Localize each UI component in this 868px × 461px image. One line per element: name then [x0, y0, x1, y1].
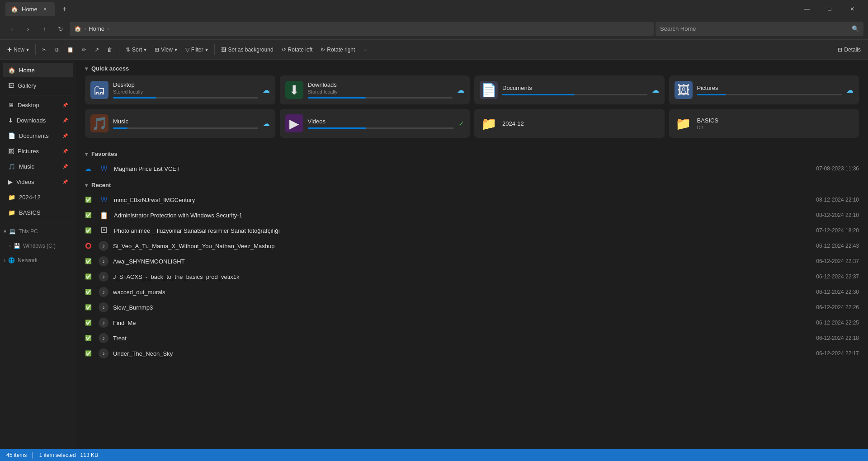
sidebar-network-header[interactable]: › 🌐 Network [0, 254, 76, 267]
rotate-right-icon: ↻ [321, 47, 325, 53]
folder-2024-icon: 📁 [8, 194, 15, 201]
set-background-button[interactable]: 🖼 Set as background [217, 42, 277, 57]
filter-button[interactable]: ▽ Filter ▾ [182, 42, 212, 57]
pin-icon-pics: 📌 [62, 149, 68, 154]
doc-icon: 📋 [99, 211, 109, 220]
rotate-right-button[interactable]: ↻ Rotate right [317, 42, 359, 57]
sync-check-icon: ✅ [85, 335, 94, 341]
recent-file-name-9: Treat [113, 335, 782, 342]
back-button[interactable]: ‹ [5, 22, 19, 36]
view-button[interactable]: ⊞ View ▾ [151, 42, 181, 57]
sidebar-item-music[interactable]: 🎵 Music 📌 [3, 159, 73, 174]
folder-basics-info: BASICS D:\ [697, 117, 854, 130]
status-sep1: │ [31, 452, 35, 458]
recent-file-date-9: 06-12-2024 22:18 [787, 335, 859, 341]
downloads-folder-icon: ⬇ [285, 81, 303, 99]
folder-card-music[interactable]: 🎵 Music ☁ [85, 109, 275, 138]
folder-card-basics[interactable]: 📁 BASICS D:\ [669, 109, 859, 138]
thispc-expand-icon: ▾ [4, 228, 6, 235]
up-button[interactable]: ↑ [37, 22, 52, 36]
share-button[interactable]: ↗ [91, 42, 103, 57]
audio-icon: ♪ [99, 272, 108, 282]
file-row-favorites-0[interactable]: ☁ W Magham Price List VCET 07-08-2023 11… [80, 161, 863, 176]
new-icon: ✚ [7, 47, 12, 53]
new-tab-button[interactable]: + [58, 3, 71, 15]
desktop-progress-bar-wrap [113, 97, 258, 99]
sidebar-item-documents[interactable]: 📄 Documents 📌 [3, 128, 73, 143]
file-row-recent-2[interactable]: ✅🖼Photo animée _ Ilüzyonlar Sanatsal res… [80, 223, 863, 238]
folder-basics-card-icon: 📁 [675, 114, 693, 132]
close-button[interactable]: ✕ [842, 2, 863, 16]
quick-access-label: Quick access [91, 65, 129, 72]
cut-button[interactable]: ✂ [38, 42, 50, 57]
recent-label: Recent [91, 182, 111, 188]
folder-card-downloads[interactable]: ⬇ Downloads Stored locally ☁ [280, 75, 470, 104]
folder-card-desktop[interactable]: 🗂 Desktop Stored locally ☁ [85, 75, 275, 104]
file-row-recent-9[interactable]: ✅♪Treat06-12-2024 22:18 [80, 330, 863, 346]
folder-card-pictures[interactable]: 🖼 Pictures ☁ [669, 75, 859, 104]
sidebar-item-basics[interactable]: 📁 BASICS [3, 205, 73, 220]
file-row-recent-6[interactable]: ✅♪wacced_out_murals06-12-2024 22:30 [80, 284, 863, 300]
pictures-folder-name: Pictures [697, 85, 842, 91]
sidebar-item-2024[interactable]: 📁 2024-12 [3, 190, 73, 204]
folder-card-documents[interactable]: 📄 Documents ☁ [474, 75, 665, 104]
breadcrumb[interactable]: 🏠 › Home › [70, 22, 654, 36]
search-icon: 🔍 [852, 25, 859, 32]
sidebar-divider2 [5, 222, 71, 222]
file-row-recent-4[interactable]: ✅♪Awai_SHYNEMOONLIGHT06-12-2024 22:37 [80, 254, 863, 269]
sort-button[interactable]: ⇅ Sort ▾ [122, 42, 150, 57]
desktop-folder-sub: Stored locally [113, 89, 258, 94]
recent-file-name-6: wacced_out_murals [113, 289, 782, 296]
rotate-left-icon: ↺ [282, 47, 286, 53]
sidebar-item-downloads[interactable]: ⬇ Downloads 📌 [3, 113, 73, 127]
recent-chevron-icon: ▾ [85, 182, 88, 188]
favorites-header[interactable]: ▾ Favorites [76, 145, 868, 161]
sidebar-item-pictures[interactable]: 🖼 Pictures 📌 [3, 144, 73, 158]
file-row-recent-10[interactable]: ✅♪Under_The_Neon_Sky06-12-2024 22:17 [80, 346, 863, 361]
minimize-button[interactable]: — [797, 2, 817, 16]
recent-file-date-4: 06-12-2024 22:37 [787, 258, 859, 264]
sidebar-windowsc-header[interactable]: › 💾 Windows (C:) [0, 240, 76, 252]
tab-close-button[interactable]: ✕ [41, 5, 49, 13]
recent-file-name-7: Slow_Burnmp3 [113, 304, 782, 311]
rename-button[interactable]: ✏ [78, 42, 90, 57]
quick-access-header[interactable]: ▾ Quick access [76, 60, 868, 75]
more-button[interactable]: ··· [359, 42, 371, 57]
pin-icon-dl: 📌 [62, 118, 68, 123]
breadcrumb-location: Home [89, 25, 104, 32]
filter-chevron-icon: ▾ [205, 47, 208, 53]
file-row-recent-7[interactable]: ✅♪Slow_Burnmp306-12-2024 22:26 [80, 300, 863, 315]
file-row-recent-1[interactable]: ✅📋Administrator Protection with Windows … [80, 207, 863, 223]
search-box[interactable]: Search Home 🔍 [656, 22, 863, 36]
sidebar-item-videos[interactable]: ▶ Videos 📌 [3, 174, 73, 189]
folder-card-2024[interactable]: 📁 2024-12 [474, 109, 665, 138]
delete-button[interactable]: 🗑 [104, 42, 116, 57]
details-button[interactable]: ⊟ Details [834, 42, 864, 57]
status-bar: 45 items │ 1 item selected 113 KB [0, 449, 868, 461]
paste-button[interactable]: 📋 [63, 42, 77, 57]
file-row-recent-0[interactable]: ✅Wmmc_E8xrNJrwsf_IMGCentury08-12-2024 22… [80, 192, 863, 207]
sidebar-item-home[interactable]: 🏠 Home [3, 63, 73, 77]
copy-button[interactable]: ⧉ [51, 42, 62, 57]
recent-header[interactable]: ▾ Recent [76, 176, 868, 192]
file-row-recent-8[interactable]: ✅♪Find_Me06-12-2024 22:25 [80, 315, 863, 330]
file-row-recent-3[interactable]: ⭕♪Si_Veo_A_Tu_Mama_X_Without_You_Nathan_… [80, 238, 863, 254]
audio-icon: ♪ [99, 318, 108, 328]
tab-home[interactable]: 🏠 Home ✕ [5, 2, 55, 16]
downloads-icon: ⬇ [8, 117, 13, 124]
maximize-button[interactable]: □ [819, 2, 840, 16]
file-row-recent-5[interactable]: ✅♪J_STACXS_-_back_to_the_basics_prod_vet… [80, 269, 863, 284]
downloads-progress-bar [308, 97, 366, 99]
refresh-button[interactable]: ↻ [53, 22, 68, 36]
rotate-left-button[interactable]: ↺ Rotate left [278, 42, 316, 57]
sidebar-pictures-label: Pictures [18, 148, 39, 155]
documents-progress-bar [502, 94, 575, 95]
pictures-folder-icon: 🖼 [675, 81, 693, 99]
sidebar-thispc-header[interactable]: ▾ 💻 This PC [0, 225, 76, 238]
sidebar-item-gallery[interactable]: 🖼 Gallery [3, 78, 73, 93]
folder-card-videos[interactable]: ▶ Videos ✓ [280, 109, 470, 138]
forward-button[interactable]: › [21, 22, 35, 36]
sidebar-item-desktop[interactable]: 🖥 Desktop 📌 [3, 98, 73, 112]
new-button[interactable]: ✚ New ▾ [4, 42, 33, 57]
music-icon: 🎵 [8, 163, 15, 170]
